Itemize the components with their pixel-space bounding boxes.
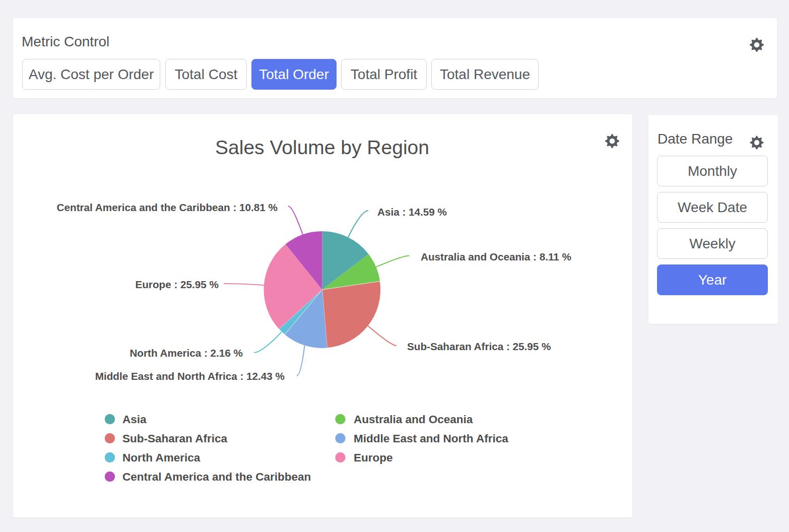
svg-text:Australia and Oceania: Australia and Oceania [354,413,473,426]
svg-text:Sales Volume by Region: Sales Volume by Region [215,137,429,158]
svg-text:Middle East and North Africa: Middle East and North Africa [354,432,508,445]
svg-text:Middle East and North Africa :: Middle East and North Africa : 12.43 % [95,370,285,382]
svg-text:Europe : 25.95 %: Europe : 25.95 % [135,279,219,290]
svg-text:Asia : 14.59 %: Asia : 14.59 % [377,206,447,218]
svg-text:Sub-Saharan Africa: Sub-Saharan Africa [122,432,227,445]
svg-text:North America : 2.16 %: North America : 2.16 % [129,347,243,359]
svg-text:Central America and the Caribb: Central America and the Caribbean : 10.8… [57,202,278,213]
svg-text:Europe: Europe [354,451,393,464]
svg-text:Sub-Saharan Africa : 25.95 %: Sub-Saharan Africa : 25.95 % [407,341,551,352]
svg-text:Australia and Oceania : 8.11 %: Australia and Oceania : 8.11 % [421,251,571,262]
svg-text:North America: North America [122,451,201,464]
svg-text:Central America and the Caribb: Central America and the Caribbean [122,471,311,483]
svg-text:Asia: Asia [122,413,147,426]
